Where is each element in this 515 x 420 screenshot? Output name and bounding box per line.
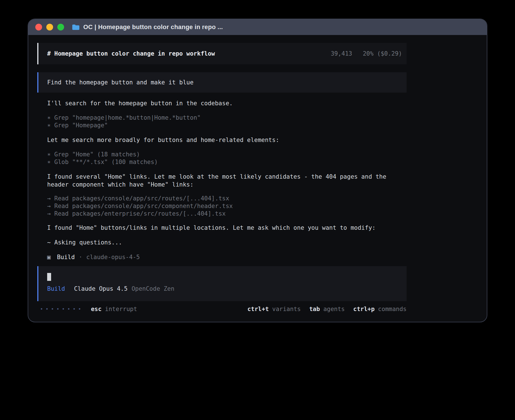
tool-call: → Read packages/console/app/src/componen… — [47, 202, 407, 210]
tool-call-group: → Read packages/console/app/src/routes/[… — [47, 195, 407, 218]
minimize-button[interactable] — [46, 24, 53, 30]
context-usage: 20% ($0.29) — [363, 50, 402, 57]
tool-bullet-icon: ∗ — [47, 159, 51, 165]
folder-icon — [72, 24, 80, 30]
session-meta: 39,413 20% ($0.29) — [331, 50, 402, 58]
hint-label: variants — [272, 306, 301, 312]
user-message-text: Find the homepage button and make it blu… — [47, 79, 193, 86]
esc-key: esc — [91, 306, 102, 312]
tool-call-label: Read packages/console/app/src/component/… — [54, 203, 233, 209]
tool-call-label: Glob "**/*.tsx" (100 matches) — [54, 159, 158, 165]
prompt-input[interactable]: BuildClaude Opus 4.5OpenCode Zen — [37, 266, 407, 301]
input-model: Claude Opus 4.5 — [74, 285, 128, 292]
hint-key: tab — [309, 306, 320, 312]
read-arrow-icon: → — [47, 203, 51, 209]
hint-label: commands — [378, 306, 407, 312]
tool-call: ∗ Glob "**/*.tsx" (100 matches) — [47, 158, 407, 166]
close-button[interactable] — [35, 24, 42, 30]
tool-call: ∗ Grep "Homepage" — [47, 122, 407, 129]
token-count: 39,413 — [331, 50, 352, 57]
input-meta: BuildClaude Opus 4.5OpenCode Zen — [47, 285, 398, 293]
spinner-dots-icon: •••••••• — [40, 305, 84, 313]
assistant-text: I found "Home" buttons/links in multiple… — [47, 224, 407, 232]
hint-commands: ctrl+pcommands — [353, 305, 407, 313]
esc-hint: escinterrupt — [91, 305, 137, 313]
assistant-status-text: ~ Asking questions... — [47, 239, 407, 246]
tool-bullet-icon: ∗ — [47, 151, 51, 158]
separator-dot: · — [79, 254, 82, 261]
mode-indicator[interactable]: Build — [47, 285, 65, 292]
tool-call: ∗ Grep "Home" (18 matches) — [47, 151, 407, 158]
hint-variants: ctrl+tvariants — [247, 305, 301, 313]
assistant-text: I found several "Home" links. Let me loo… — [47, 173, 407, 189]
tool-call-label: Read packages/enterprise/src/routes/[...… — [54, 210, 226, 217]
hint-agents: tabagents — [309, 305, 345, 313]
tool-bullet-icon: ∗ — [47, 114, 51, 121]
tool-call: → Read packages/enterprise/src/routes/[.… — [47, 210, 407, 218]
tool-call-label: Grep "Homepage" — [54, 122, 108, 129]
tool-call-group: ∗ Grep "Home" (18 matches) ∗ Glob "**/*.… — [47, 151, 407, 166]
tool-call: ∗ Grep "homepage|home.*button|Home.*butt… — [47, 114, 407, 122]
read-arrow-icon: → — [47, 195, 51, 202]
esc-label: interrupt — [105, 306, 137, 312]
read-arrow-icon: → — [47, 210, 51, 217]
title-bar[interactable]: OC | Homepage button color change in rep… — [28, 19, 487, 35]
tool-call: → Read packages/console/app/src/routes/[… — [47, 195, 407, 202]
model-name: claude-opus-4-5 — [86, 254, 140, 261]
tool-call-label: Grep "homepage|home.*button|Home.*button… — [54, 114, 200, 121]
assistant-text: Let me search more broadly for buttons a… — [47, 136, 407, 144]
terminal-window: OC | Homepage button color change in rep… — [28, 19, 487, 322]
window-title: OC | Homepage button color change in rep… — [83, 23, 223, 31]
input-provider: OpenCode Zen — [132, 285, 174, 292]
session-content: # Homepage button color change in repo w… — [37, 43, 407, 313]
tool-call-label: Read packages/console/app/src/routes/[..… — [54, 195, 229, 202]
text-cursor — [47, 273, 51, 281]
footer-left: •••••••• escinterrupt — [40, 305, 137, 313]
agent-name: Build — [57, 254, 75, 261]
user-message: Find the homepage button and make it blu… — [37, 72, 407, 93]
footer-hints: ctrl+tvariants tabagents ctrl+pcommands — [239, 305, 407, 313]
tool-bullet-icon: ∗ — [47, 122, 51, 129]
tool-call-group: ∗ Grep "homepage|home.*button|Home.*butt… — [47, 114, 407, 129]
status-footer: •••••••• escinterrupt ctrl+tvariants tab… — [37, 305, 407, 313]
hint-key: ctrl+p — [353, 306, 375, 312]
tool-call-label: Grep "Home" (18 matches) — [54, 151, 140, 158]
hint-key: ctrl+t — [247, 306, 269, 312]
zoom-button[interactable] — [57, 24, 64, 30]
hint-label: agents — [323, 306, 345, 312]
assistant-text: I'll search for the homepage button in t… — [47, 99, 407, 107]
window-controls — [35, 24, 64, 30]
session-header: # Homepage button color change in repo w… — [37, 43, 407, 64]
agent-icon: ▣ — [47, 254, 51, 261]
session-title: # Homepage button color change in repo w… — [47, 50, 215, 58]
agent-status-line: ▣Build·claude-opus-4-5 — [47, 253, 407, 261]
